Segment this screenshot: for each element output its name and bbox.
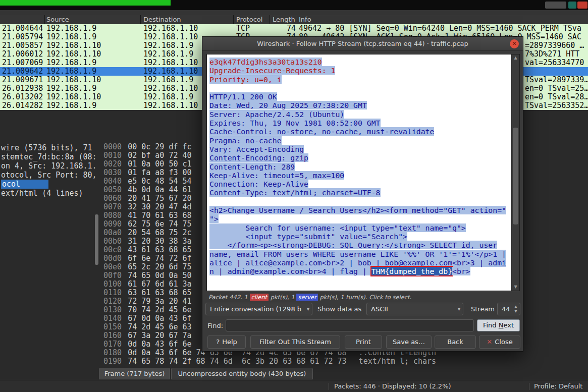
packet-details-pane[interactable]: wire (5736 bits), 71stemtec_7d:bc:8a (08… (1, 143, 100, 199)
hex-offset: 0120 (103, 297, 122, 306)
column-header-source[interactable]: Source (46, 16, 69, 24)
hex-row[interactable]: 00a020 54 68 75 2c (103, 229, 192, 237)
packet-row[interactable]: 21.004644192.168.1.9192.168.1.10TCP49642… (0, 24, 588, 33)
cell-destination: 192.168.1.10 (143, 59, 198, 67)
titlebar-button-gray[interactable] (545, 2, 566, 9)
follow-stream-dialog: Wireshark · Follow HTTP Stream (tcp.stre… (202, 36, 523, 352)
cell-destination: 192.168.1.10 (143, 101, 198, 110)
hex-ascii: text/htm l; chars (359, 357, 437, 366)
save-as-button[interactable]: Save as… (386, 335, 432, 349)
show-data-as-dropdown[interactable]: ASCII ▾ (366, 303, 463, 315)
status-profile[interactable]: Profile: Default (534, 382, 582, 390)
column-separator[interactable] (44, 15, 45, 24)
stream-line: </form><p><strong>DEBUG: SQL Query:</str… (209, 241, 511, 249)
details-line-text: wire (5736 bits), 71 (1, 143, 92, 152)
find-row: Find: Find Next (202, 319, 523, 332)
hex-row[interactable]: 012072 79 3a 20 41 (103, 297, 192, 306)
column-header-length[interactable]: Length (273, 16, 295, 24)
filter-out-stream-button[interactable]: Filter Out This Stream (250, 335, 340, 349)
cell-destination: 192.168.1.10 (143, 33, 198, 41)
stream-line: alice | alice@example.com<br>2 | bob | b… (209, 258, 511, 267)
hex-row[interactable]: 00f074 65 0d 0a 50 (103, 271, 192, 280)
hex-offset: 0170 (103, 340, 122, 349)
hex-row[interactable]: 016067 3a 20 67 7a (103, 331, 192, 340)
stream-label: Stream (471, 303, 495, 315)
back-button[interactable]: Back (435, 335, 476, 349)
column-separator[interactable] (233, 15, 234, 24)
column-separator[interactable] (297, 15, 297, 24)
hex-bytes: 67 0d 0a 43 6f (128, 314, 191, 323)
hex-row[interactable]: 00e065 2c 20 6d 75 (103, 263, 192, 271)
hex-row[interactable]: 014067 0d 0a 43 6f (103, 314, 192, 323)
column-separator[interactable] (140, 15, 141, 24)
titlebar-close-button[interactable] (577, 2, 587, 9)
tab-uncompressed-entity-body[interactable]: Uncompressed entity body (430 bytes) (171, 368, 313, 379)
hex-bytes: 01 fa a8 f3 00 (128, 168, 191, 177)
details-line[interactable]: wire (5736 bits), 71 (1, 143, 92, 152)
details-line[interactable]: on 4, Src: 192.168.1. (1, 161, 97, 171)
cell-time: 26.012938 (2, 84, 43, 93)
hex-row[interactable]: 00c043 61 63 68 65 (103, 246, 192, 254)
cell-info: 49642 → 80 [SYN] Seq=0 Win=64240 Len=0 M… (299, 24, 581, 33)
column-header-info[interactable]: Info (299, 16, 311, 24)
titlebar-button-teal[interactable] (568, 2, 576, 9)
scroll-down-arrow[interactable]: ▼ (512, 284, 519, 290)
hex-row[interactable]: 00b031 20 30 38 3a (103, 237, 192, 246)
hex-row[interactable]: 009062 75 6e 74 75 (103, 220, 192, 229)
hex-row[interactable]: 000000 0c 29 df fc (103, 143, 192, 151)
hex-row[interactable]: 0040e5 0c 48 54 54 (103, 177, 192, 186)
details-line[interactable]: ocol (1, 180, 48, 189)
close-button[interactable]: ✕Close (479, 335, 520, 349)
hex-row[interactable]: 01700d 0a 43 6f 6e (103, 340, 192, 349)
dialog-titlebar[interactable]: Wireshark · Follow HTTP Stream (tcp.stre… (202, 37, 523, 51)
hex-bytes: 61 67 6d 61 3a (128, 279, 191, 289)
dialog-close-button[interactable]: ✕ (510, 39, 519, 48)
stream-line: Cache-Control: no-store, no-cache, must-… (209, 127, 511, 136)
tab-frame[interactable]: Frame (717 bytes) (99, 368, 170, 379)
stream-line (209, 197, 511, 206)
stream-line: name, email FROM users WHERE username LI… (209, 250, 511, 258)
stream-text: Search for username: <input type="text" … (209, 223, 466, 232)
find-input[interactable] (226, 319, 474, 331)
stream-scrollbar[interactable]: ▲ ▼ (511, 54, 519, 291)
hex-bytes: 74 65 78 74 2f 68 74 6d 6c 3b 20 63 68 6… (128, 357, 346, 366)
hex-row[interactable]: 011063 61 63 68 65 (103, 289, 192, 297)
packet-list-header[interactable]: Source Destination Protocol Length Info (0, 15, 588, 24)
details-scrollbar[interactable] (95, 214, 98, 265)
hex-row[interactable]: 003001 fa a8 f3 00 (103, 169, 192, 177)
stream-number-spinner[interactable]: 44 ▲ ▼ (497, 303, 520, 315)
hex-row[interactable]: 008041 70 61 63 68 (103, 211, 192, 220)
stream-line: Content-Type: text/html; charset=UTF-8 (209, 188, 511, 197)
hex-row[interactable]: 007032 30 20 47 4d (103, 203, 192, 211)
hex-row[interactable]: 006020 41 75 67 20 (103, 194, 192, 203)
hex-row[interactable]: 015074 2d 45 6e 63 (103, 323, 192, 331)
scroll-thumb[interactable] (513, 128, 518, 225)
hex-bytes: 41 70 61 63 68 (128, 211, 191, 220)
spinner-down-arrow[interactable]: ▼ (513, 309, 519, 314)
find-next-button[interactable]: Find Next (477, 319, 520, 331)
hex-row[interactable]: 00d06f 6e 74 72 6f (103, 254, 192, 263)
hex-row[interactable]: 00504b 0d 0a 44 61 (103, 186, 192, 194)
hex-row[interactable]: 010061 67 6d 61 3a (103, 280, 192, 289)
spinner-up-arrow[interactable]: ▲ (513, 305, 519, 309)
details-line[interactable]: otocol, Src Port: 80, (1, 171, 97, 180)
details-line[interactable]: ext/html (4 lines) (1, 189, 83, 198)
column-header-protocol[interactable]: Protocol (236, 16, 262, 24)
hex-row[interactable]: 001002 bf a0 72 40 (103, 151, 192, 160)
scroll-up-arrow[interactable]: ▲ (512, 55, 519, 61)
stream-text: Pragma: no-cache (209, 136, 282, 145)
stream-text-area[interactable]: e3qk47fdig3hs3a30ta13s2i0Upgrade-Insecur… (206, 54, 520, 291)
print-button[interactable]: Print (345, 335, 382, 349)
column-separator[interactable] (270, 15, 270, 24)
details-line[interactable]: stemtec_7d:bc:8a (08: (1, 152, 97, 161)
column-header-destination[interactable]: Destination (143, 16, 181, 24)
cell-source: 192.168.1.9 (46, 59, 96, 67)
stream-text: e3qk47fdig3hs3a30ta13s2i0 (209, 58, 322, 66)
hex-row[interactable]: 002001 0a 00 50 c1 (103, 160, 192, 169)
help-button[interactable]: ?Help (207, 335, 246, 349)
hex-offset: 0020 (103, 159, 122, 169)
conversation-dropdown[interactable]: Entire conversation (1298 b ▾ (205, 303, 312, 315)
hex-row[interactable]: 013070 74 2d 45 6e (103, 306, 192, 314)
hex-row[interactable]: 019074 65 78 74 2f 68 74 6d 6c 3b 20 63 … (103, 357, 436, 366)
hex-bytes: 32 30 20 47 4d (128, 202, 191, 211)
